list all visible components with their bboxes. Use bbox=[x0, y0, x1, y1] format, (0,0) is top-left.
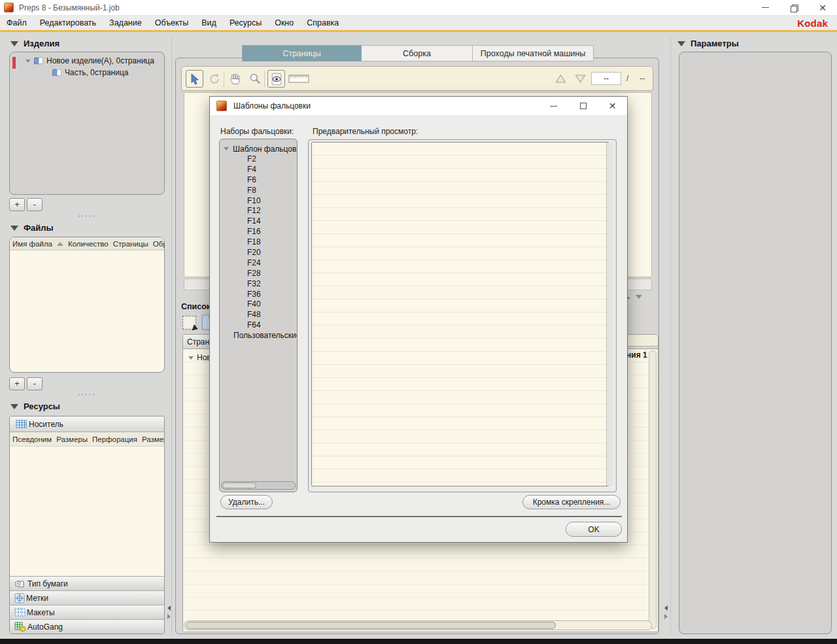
fold-set-item-F36[interactable]: F36 bbox=[220, 290, 297, 300]
parameters-section-header[interactable]: Параметры bbox=[677, 39, 739, 48]
fold-set-item-F20[interactable]: F20 bbox=[220, 248, 297, 258]
dialog-maximize-button[interactable] bbox=[568, 97, 598, 115]
splitter[interactable] bbox=[171, 37, 172, 634]
expander-icon[interactable] bbox=[224, 147, 229, 150]
fold-sets-tree-root[interactable]: Шаблон фальцовки bbox=[220, 143, 297, 154]
pages-tree-item[interactable]: Нов bbox=[188, 353, 211, 362]
left-splitter-arrows[interactable] bbox=[166, 605, 172, 619]
collapse-left-icon[interactable] bbox=[664, 605, 668, 611]
fold-set-item-F6[interactable]: F6 bbox=[220, 175, 297, 186]
next-page-button[interactable] bbox=[572, 70, 589, 88]
menu-item-5[interactable]: Ресурсы bbox=[223, 16, 268, 30]
resource-accordion-1[interactable]: Метки bbox=[10, 590, 164, 605]
fold-set-item-F14[interactable]: F14 bbox=[220, 216, 297, 227]
fold-set-item-F2[interactable]: F2 bbox=[220, 154, 297, 165]
marquee-select-icon[interactable] bbox=[182, 316, 196, 330]
media-table-body bbox=[10, 447, 164, 576]
templates-icon bbox=[14, 607, 26, 617]
page-number-field[interactable]: -- bbox=[591, 72, 621, 85]
menu-item-1[interactable]: Редактировать bbox=[33, 16, 103, 30]
restore-button[interactable] bbox=[779, 0, 808, 15]
maximize-icon bbox=[580, 103, 587, 109]
preview-vscrollbar[interactable] bbox=[606, 143, 613, 486]
drag-handle[interactable] bbox=[77, 393, 95, 396]
menu-item-7[interactable]: Справка bbox=[300, 16, 345, 30]
splitter[interactable] bbox=[670, 37, 671, 634]
arrow-down-icon[interactable] bbox=[636, 295, 642, 299]
media-column-0[interactable]: Псевдоним bbox=[12, 435, 52, 443]
resource-accordion-3[interactable]: AutoGang bbox=[10, 619, 164, 634]
ok-button[interactable]: OK bbox=[566, 522, 622, 537]
fold-set-item-F8[interactable]: F8 bbox=[220, 186, 297, 196]
remove-file-button[interactable]: - bbox=[27, 377, 43, 390]
fold-set-item-Пользовательские[interactable]: Пользовательские bbox=[220, 331, 297, 341]
rotate-tool-button[interactable] bbox=[205, 70, 223, 88]
fold-set-item-F64[interactable]: F64 bbox=[220, 320, 297, 331]
products-section-header[interactable]: Изделия bbox=[10, 39, 60, 48]
files-column-1[interactable]: Количество bbox=[68, 240, 109, 248]
minimize-icon bbox=[550, 106, 557, 107]
tab-0[interactable]: Страницы bbox=[242, 45, 362, 61]
media-table-header[interactable]: ПсевдонимРазмерыПерфорацияРазмер bbox=[10, 432, 164, 447]
expand-right-icon[interactable] bbox=[664, 614, 668, 619]
bottom-scrollbar-track[interactable] bbox=[184, 620, 652, 630]
fold-set-item-F16[interactable]: F16 bbox=[220, 227, 297, 237]
measure-tool-button[interactable] bbox=[287, 70, 311, 88]
expander-icon[interactable] bbox=[188, 356, 194, 360]
part-tree-item[interactable]: Часть, 0страница bbox=[52, 68, 128, 77]
minimize-button[interactable] bbox=[751, 0, 779, 15]
media-column-3[interactable]: Размер bbox=[142, 435, 164, 443]
prev-page-button[interactable] bbox=[552, 70, 570, 88]
add-product-button[interactable]: + bbox=[9, 198, 25, 211]
fold-set-item-F48[interactable]: F48 bbox=[220, 310, 297, 320]
tab-1[interactable]: Сборка bbox=[362, 45, 473, 61]
zoom-tool-button[interactable] bbox=[246, 70, 264, 88]
right-splitter-arrows[interactable] bbox=[663, 605, 669, 619]
files-column-2[interactable]: Страницы bbox=[113, 240, 148, 248]
fold-list-hscrollbar[interactable] bbox=[221, 481, 296, 490]
files-column-0[interactable]: Имя файла bbox=[12, 240, 52, 248]
fold-set-item-F28[interactable]: F28 bbox=[220, 269, 297, 279]
menu-item-6[interactable]: Окно bbox=[268, 16, 300, 30]
fold-set-item-F40[interactable]: F40 bbox=[220, 299, 297, 310]
delete-button[interactable]: Удалить... bbox=[220, 495, 273, 509]
files-section-header[interactable]: Файлы bbox=[10, 223, 54, 233]
remove-product-button[interactable]: - bbox=[27, 198, 43, 211]
menu-item-2[interactable]: Задание bbox=[103, 16, 148, 30]
media-column-2[interactable]: Перфорация bbox=[92, 435, 137, 443]
dialog-close-button[interactable]: ✕ bbox=[598, 97, 627, 115]
fold-list-hscrollbar-thumb[interactable] bbox=[222, 483, 256, 488]
select-tool-button[interactable] bbox=[186, 70, 203, 88]
fold-set-item-F24[interactable]: F24 bbox=[220, 258, 297, 269]
fold-set-item-F12[interactable]: F12 bbox=[220, 206, 297, 216]
resource-accordion-2[interactable]: Макеты bbox=[10, 605, 164, 619]
product-tree-item[interactable]: Новое изделие(А), 0страница bbox=[26, 56, 154, 65]
resources-section-header[interactable]: Ресурсы bbox=[10, 401, 60, 411]
collapse-left-icon[interactable] bbox=[167, 605, 171, 611]
fold-set-item-F32[interactable]: F32 bbox=[220, 279, 297, 290]
media-accordion-header[interactable]: Носитель bbox=[10, 416, 164, 432]
bottom-scrollbar-thumb[interactable] bbox=[186, 622, 556, 629]
files-column-3[interactable]: Обрезк bbox=[153, 240, 164, 248]
media-column-1[interactable]: Размеры bbox=[56, 435, 88, 443]
tab-2[interactable]: Проходы печатной машины bbox=[473, 45, 594, 61]
fold-set-item-F10[interactable]: F10 bbox=[220, 196, 297, 207]
menu-item-4[interactable]: Вид bbox=[195, 16, 223, 30]
drag-handle[interactable] bbox=[77, 214, 95, 218]
pages-list-vscrollbar[interactable] bbox=[649, 350, 657, 629]
resource-accordion-0[interactable]: Тип бумаги bbox=[10, 576, 164, 590]
dialog-minimize-button[interactable] bbox=[539, 97, 568, 115]
close-button[interactable]: ✕ bbox=[808, 0, 837, 15]
files-table-header[interactable]: Имя файлаКоличествоСтраницыОбрезк bbox=[10, 237, 164, 250]
menu-item-0[interactable]: Файл bbox=[0, 16, 33, 30]
expander-icon[interactable] bbox=[26, 59, 31, 63]
pan-tool-button[interactable] bbox=[226, 70, 244, 88]
add-file-button[interactable]: + bbox=[9, 377, 25, 390]
menu-item-3[interactable]: Объекты bbox=[148, 16, 196, 30]
product-item-label: Новое изделие(А), 0страница bbox=[46, 56, 154, 65]
expand-right-icon[interactable] bbox=[167, 614, 171, 619]
binding-edge-button[interactable]: Кромка скрепления... bbox=[522, 495, 621, 509]
fold-set-item-F4[interactable]: F4 bbox=[220, 165, 297, 175]
fold-set-item-F18[interactable]: F18 bbox=[220, 237, 297, 248]
preview-mode-button[interactable] bbox=[267, 70, 285, 88]
